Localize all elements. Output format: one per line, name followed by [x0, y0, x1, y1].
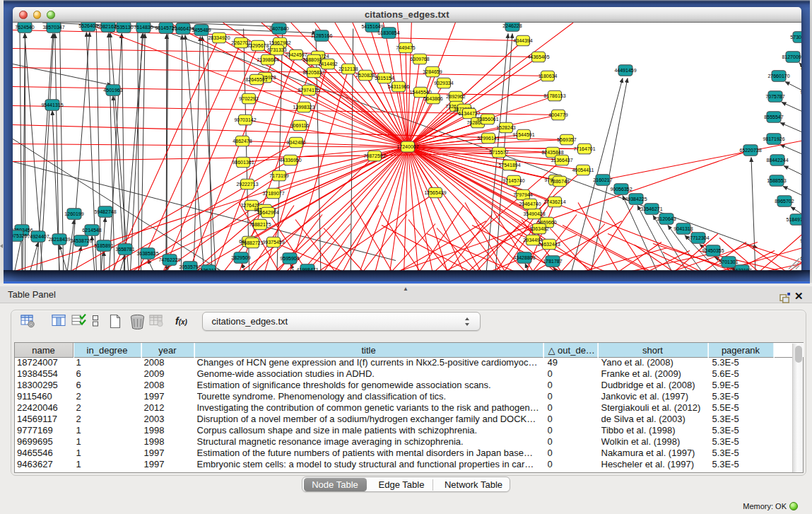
svg-text:7886748: 7886748 [550, 178, 569, 183]
svg-text:40054411: 40054411 [572, 167, 594, 172]
svg-text:36642994: 36642994 [257, 209, 278, 214]
svg-text:3455489: 3455489 [192, 27, 211, 32]
svg-text:90703142: 90703142 [234, 117, 256, 122]
svg-text:21398684: 21398684 [257, 57, 278, 62]
svg-text:3120643: 3120643 [657, 216, 676, 221]
svg-text:9329334: 9329334 [434, 80, 453, 85]
svg-text:82645591: 82645591 [245, 76, 267, 81]
svg-text:23466434: 23466434 [172, 25, 194, 30]
svg-text:9342480: 9342480 [286, 139, 305, 144]
svg-text:82435848: 82435848 [541, 149, 563, 154]
svg-text:54311966: 54311966 [387, 83, 409, 88]
svg-text:6731333: 6731333 [267, 47, 286, 52]
svg-text:98171926: 98171926 [763, 136, 784, 141]
svg-text:57541894: 57541894 [498, 162, 520, 167]
svg-text:1260199: 1260199 [64, 211, 83, 216]
svg-text:8407840: 8407840 [269, 25, 288, 30]
svg-text:20424597: 20424597 [285, 52, 307, 57]
svg-text:6214548: 6214548 [82, 227, 101, 232]
svg-text:83295678: 83295678 [247, 42, 269, 47]
svg-text:52996141: 52996141 [477, 135, 499, 140]
svg-text:44365405: 44365405 [527, 54, 549, 59]
svg-text:97712304: 97712304 [687, 235, 709, 240]
svg-text:97145740: 97145740 [502, 177, 524, 182]
svg-text:4501963: 4501963 [103, 87, 122, 92]
svg-text:81270099: 81270099 [782, 54, 801, 59]
svg-text:5526408: 5526408 [78, 23, 98, 28]
svg-text:74924407: 74924407 [27, 233, 49, 238]
svg-text:91544591: 91544591 [512, 132, 534, 136]
svg-text:51849718: 51849718 [786, 216, 801, 221]
svg-text:61830854: 61830854 [377, 30, 399, 35]
svg-text:74762229: 74762229 [158, 257, 180, 262]
svg-text:4004779: 4004779 [548, 112, 567, 117]
svg-text:1356669: 1356669 [800, 64, 801, 69]
svg-text:3658781: 3658781 [115, 246, 134, 251]
svg-text:36385835: 36385835 [136, 250, 158, 255]
svg-text:88442244: 88442244 [766, 157, 788, 162]
svg-text:65220738: 65220738 [739, 147, 761, 152]
svg-text:34538720: 34538720 [70, 238, 92, 243]
svg-text:6218772: 6218772 [800, 255, 801, 260]
svg-text:95387241: 95387241 [800, 89, 801, 94]
svg-text:2829509: 2829509 [231, 255, 250, 259]
svg-text:43428808: 43428808 [513, 255, 535, 259]
svg-text:8965702: 8965702 [775, 198, 794, 203]
svg-text:1781787: 1781787 [543, 258, 562, 263]
svg-text:11285166: 11285166 [310, 33, 332, 37]
svg-text:98601361: 98601361 [232, 159, 254, 164]
svg-text:9702293: 9702293 [239, 95, 258, 100]
svg-text:5730535: 5730535 [790, 34, 801, 39]
svg-text:5643866: 5643866 [423, 95, 442, 100]
svg-text:1180634: 1180634 [538, 73, 557, 78]
svg-text:27075325: 27075325 [13, 233, 28, 238]
svg-text:17240007: 17240007 [396, 144, 418, 148]
svg-text:31366437: 31366437 [551, 157, 572, 162]
svg-text:9595904: 9595904 [280, 255, 299, 260]
svg-text:20464740: 20464740 [519, 201, 541, 206]
svg-text:1528243: 1528243 [496, 124, 515, 129]
svg-text:87974175: 87974175 [298, 87, 319, 92]
svg-text:35490428: 35490428 [523, 211, 545, 216]
svg-text:33546271: 33546271 [640, 206, 662, 211]
svg-text:90056352: 90056352 [610, 186, 632, 191]
svg-text:2892962: 2892962 [446, 93, 465, 98]
svg-text:8555547: 8555547 [764, 114, 783, 119]
svg-text:36882721: 36882721 [241, 240, 263, 245]
svg-text:7173199: 7173199 [269, 173, 288, 177]
svg-text:70872592: 70872592 [363, 153, 385, 158]
svg-text:4535130: 4535130 [114, 24, 133, 29]
svg-text:7624540: 7624540 [15, 24, 34, 29]
svg-text:54151649: 54151649 [361, 23, 383, 28]
svg-text:3363482: 3363482 [529, 226, 548, 230]
svg-text:37189077: 37189077 [262, 190, 284, 195]
svg-text:7797944: 7797944 [513, 192, 532, 197]
svg-text:5315154: 5315154 [375, 75, 394, 80]
svg-text:9041318: 9041318 [673, 226, 693, 230]
svg-text:29222713: 29222713 [236, 181, 258, 186]
svg-text:28334920: 28334920 [208, 35, 230, 40]
svg-text:7449475: 7449475 [396, 45, 415, 49]
svg-text:38570347: 38570347 [42, 24, 64, 29]
svg-text:88205837: 88205837 [302, 69, 324, 74]
svg-text:59482748: 59482748 [94, 209, 116, 214]
svg-text:5701301: 5701301 [719, 259, 738, 264]
svg-text:1588553: 1588553 [767, 177, 786, 182]
svg-text:28218439: 28218439 [48, 236, 70, 241]
svg-text:12565439: 12565439 [424, 189, 446, 194]
svg-text:49384225: 49384225 [625, 196, 647, 201]
svg-text:95441315: 95441315 [41, 102, 63, 107]
svg-text:99375459: 99375459 [262, 239, 284, 244]
svg-text:5569357: 5569357 [557, 136, 576, 141]
svg-text:44491459: 44491459 [614, 67, 636, 72]
svg-text:27436214: 27436214 [543, 199, 565, 204]
svg-text:9069116: 9069116 [290, 122, 309, 127]
svg-text:92450355: 92450355 [702, 247, 724, 252]
svg-text:7614830: 7614830 [134, 24, 153, 29]
svg-text:9090572: 9090572 [800, 238, 801, 243]
svg-text:2520828: 2520828 [355, 72, 375, 77]
svg-text:77164701: 77164701 [573, 146, 595, 151]
svg-text:5185891: 5185891 [94, 243, 113, 247]
svg-text:61344737: 61344737 [458, 110, 480, 115]
svg-text:76882175: 76882175 [249, 221, 271, 226]
